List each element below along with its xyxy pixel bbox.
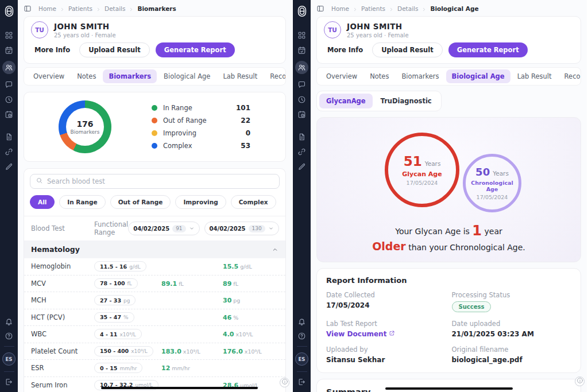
bell-icon[interactable] (297, 317, 306, 326)
subtab-trudiagnostic[interactable]: TruDiagnostic (374, 94, 439, 108)
filter-chip-all[interactable]: All (30, 195, 55, 209)
table-row[interactable]: MCH27 - 33pg30pg (24, 292, 285, 309)
breadcrumb-item[interactable]: Patients (361, 5, 385, 12)
result-value: 183.0 (161, 348, 181, 355)
info-button[interactable] (280, 378, 289, 387)
generate-report-button[interactable]: Generate Report (156, 42, 235, 57)
sidebar-item-document-icon[interactable] (5, 133, 13, 141)
row-name: WBC (31, 330, 94, 338)
more-info-button[interactable]: More Info (31, 43, 74, 57)
panel-toggle-icon[interactable] (24, 5, 32, 13)
date-selects: 04/02/20259104/02/2025130 (128, 222, 279, 235)
sidebar-item-history-icon[interactable] (297, 95, 306, 104)
bell-icon[interactable] (5, 317, 13, 326)
sidebar-item-users-icon[interactable] (295, 61, 308, 74)
filter-chip-complex[interactable]: Complex (231, 195, 276, 209)
tab-recommendation[interactable]: Recommendation (264, 69, 286, 83)
user-avatar[interactable]: ES (295, 352, 308, 366)
breadcrumb-item[interactable]: Details (105, 5, 125, 12)
table-row[interactable]: MCV78 - 100fL89.1fL89fL (24, 275, 285, 293)
upload-result-button[interactable]: Upload Result (372, 42, 443, 57)
patient-card: TU JOHN SMITH 25 years old · Female More… (316, 16, 581, 64)
table-row[interactable]: Serum Iron10.7 - 32.2umol/L28.6umol/L (24, 377, 285, 392)
sidebar-item-link-icon[interactable] (297, 148, 306, 156)
breadcrumb-item[interactable]: Home (331, 5, 349, 12)
tab-overview[interactable]: Overview (320, 69, 363, 83)
sidebar-item-chat-icon[interactable] (297, 80, 306, 89)
breadcrumb-item[interactable]: Details (397, 5, 418, 12)
tab-recommendation[interactable]: Recommendation (559, 69, 581, 83)
user-avatar[interactable]: ES (2, 352, 16, 366)
horizontal-scrollbar[interactable] (101, 387, 258, 389)
tab-biomarkers[interactable]: Biomarkers (396, 69, 444, 83)
tab-lab-result[interactable]: Lab Result (217, 69, 263, 83)
tab-notes[interactable]: Notes (71, 69, 102, 83)
table-row[interactable]: ESR0 - 15mm/hr12mm/hr (24, 360, 285, 377)
filter-chip-improving[interactable]: Improving (175, 195, 226, 209)
table-row[interactable]: WBC4 - 11x10⁹/L4.0x10⁹/L (24, 326, 285, 343)
sidebar-item-dashboard-icon[interactable] (5, 31, 13, 40)
filter-chip-in-range[interactable]: In Range (59, 195, 105, 209)
report-field: Lab Test ReportView Document (326, 320, 446, 338)
subtab-glycanage[interactable]: GlycanAge (319, 94, 373, 108)
tab-biomarkers[interactable]: Biomarkers (103, 69, 157, 83)
date-column-select[interactable]: 04/02/2025130 (204, 222, 279, 235)
tab-lab-result[interactable]: Lab Result (512, 69, 558, 83)
range-value: 78 - 100 (100, 280, 125, 286)
chronological-age-date: 17/05/2024 (477, 194, 508, 200)
help-icon[interactable] (5, 332, 13, 340)
table-row[interactable]: Platelet Count150 - 400x10⁹/L183.0x10⁹/L… (24, 343, 285, 360)
sidebar-item-chat-icon[interactable] (5, 80, 13, 89)
sidebar-item-pen-icon[interactable] (5, 162, 13, 171)
sidebar-item-pen-icon[interactable] (297, 162, 306, 171)
search-input[interactable] (47, 177, 274, 185)
table-row[interactable]: HCT (PCV)35 - 47%46% (24, 309, 285, 327)
sidebar-item-schedule-icon[interactable] (5, 110, 13, 119)
logout-icon[interactable] (297, 378, 306, 386)
chevron-up-icon[interactable] (272, 246, 278, 253)
sidebar-item-dashboard-icon[interactable] (297, 31, 306, 40)
tab-notes[interactable]: Notes (364, 69, 394, 83)
sidebar-item-link-icon[interactable] (5, 148, 13, 156)
field-value: biological_age.pdf (452, 356, 572, 364)
panel-toggle-icon[interactable] (316, 5, 324, 13)
generate-report-button[interactable]: Generate Report (448, 42, 528, 57)
horizontal-scrollbar[interactable] (385, 387, 513, 390)
upload-result-button[interactable]: Upload Result (79, 42, 150, 57)
glycan-age-value: 51 (404, 154, 422, 169)
sidebar-nav (2, 31, 16, 171)
patient-name: JOHN SMITH (347, 22, 409, 31)
result-count-badge: 91 (172, 225, 185, 232)
report-field: Date Collected17/05/2024 (326, 291, 446, 312)
table-row[interactable]: Hemoglobin11.5 - 16g/dL15.5g/dL (24, 258, 285, 275)
filter-chip-out-of-range[interactable]: Out of Range (110, 195, 171, 209)
sidebar-item-calendar-icon[interactable] (5, 46, 13, 55)
range-pill: 78 - 100fL (94, 278, 138, 289)
search-icon (36, 177, 43, 186)
logout-icon[interactable] (5, 378, 13, 386)
row-range: 11.5 - 16g/dL (94, 261, 161, 271)
breadcrumb-item[interactable]: Biological Age (430, 5, 478, 12)
range-pill: 27 - 33pg (94, 295, 136, 305)
sidebar-item-history-icon[interactable] (5, 95, 13, 104)
sidebar-item-schedule-icon[interactable] (297, 110, 306, 119)
more-info-button[interactable]: More Info (324, 43, 366, 57)
tab-overview[interactable]: Overview (28, 69, 70, 83)
view-document-link[interactable]: View Document (326, 330, 395, 338)
sidebar-item-calendar-icon[interactable] (297, 46, 306, 55)
info-button[interactable] (575, 377, 585, 386)
help-icon[interactable] (297, 332, 306, 340)
sidebar-item-document-icon[interactable] (297, 133, 306, 141)
sidebar-item-users-icon[interactable] (2, 61, 16, 74)
row-result-2: 89fL (223, 280, 278, 288)
result-count-badge: 130 (249, 225, 265, 232)
breadcrumb-item[interactable]: Home (38, 5, 56, 12)
tab-biological-age[interactable]: Biological Age (446, 69, 510, 83)
section-hematology[interactable]: Hematology (24, 240, 285, 258)
breadcrumb-item[interactable]: Patients (68, 5, 92, 12)
date-column-select[interactable]: 04/02/202591 (128, 222, 199, 235)
tab-biological-age[interactable]: Biological Age (158, 69, 216, 83)
breadcrumb-item[interactable]: Biomarkers (137, 5, 176, 12)
legend-label: In Range (163, 104, 192, 112)
report-grid: Date Collected17/05/2024Lab Test ReportV… (326, 291, 571, 364)
